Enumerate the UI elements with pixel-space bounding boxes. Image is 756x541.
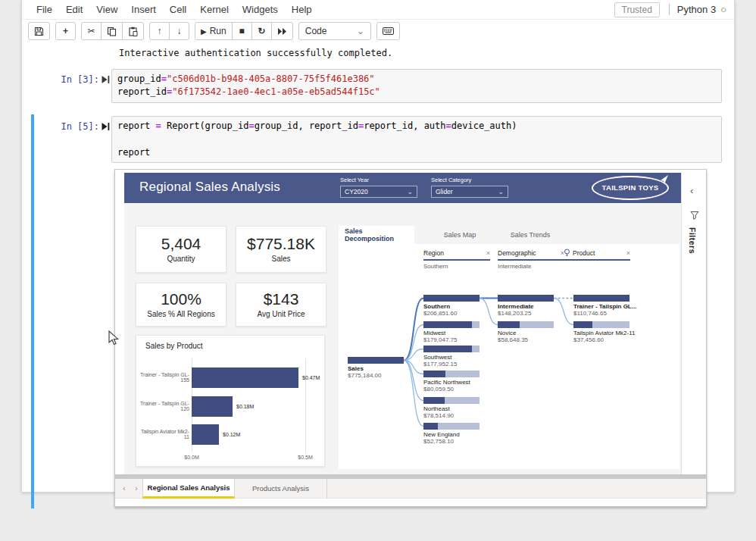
copy-cell-button[interactable] xyxy=(101,22,123,40)
notebook-toolbar: + ✂ ↑ ↓ ▶ Run ■ ↻ Code xyxy=(22,20,734,42)
breadcrumb-demographic: Demographic×Intermediate xyxy=(498,249,564,270)
kpi-card-sales-pct[interactable]: 100% Sales % All Regions xyxy=(136,283,226,327)
tree-node[interactable]: Novice$58,648.35 xyxy=(498,321,554,343)
tree-node-bar xyxy=(348,357,404,364)
tree-node-bar xyxy=(423,295,480,302)
kernel-indicator: Python 3 ○ xyxy=(669,4,726,15)
tree-node-name: Midwest xyxy=(423,330,480,336)
menu-view[interactable]: View xyxy=(89,1,124,18)
tree-node-value: $775,184.00 xyxy=(348,372,404,379)
tree-node-value: $179,047.75 xyxy=(423,336,480,343)
tree-node[interactable]: Southwest$177,952.15 xyxy=(423,346,480,367)
report-header: Regional Sales Analysis Select Year CY20… xyxy=(124,173,681,203)
page-nav-left-icon[interactable]: ‹ xyxy=(123,483,126,493)
cell-3-prompt: In [3]: xyxy=(34,69,99,85)
code-cell-3[interactable]: In [3]: group_id="c506d01b-b948-405a-880… xyxy=(31,67,722,105)
x-tick-label: $0.5M xyxy=(290,455,320,460)
remove-level-icon[interactable]: × xyxy=(626,249,630,257)
restart-run-all-button[interactable] xyxy=(271,22,293,40)
notebook-window: File Edit View Insert Cell Kernel Widget… xyxy=(21,0,735,493)
menu-file[interactable]: File xyxy=(30,1,59,18)
cell-3-code-editor[interactable]: group_id="c506d01b-b948-405a-8807-75f5f4… xyxy=(111,69,722,103)
tree-node[interactable]: New England$52,758.10 xyxy=(423,423,480,445)
page-tab-bar: ‹ › Regional Sales Analysis Products Ana… xyxy=(115,479,707,499)
tree-node-value: $78,514.90 xyxy=(423,412,480,419)
kernel-status-icon: ○ xyxy=(720,5,726,14)
command-palette-button[interactable] xyxy=(376,22,400,40)
menu-cell[interactable]: Cell xyxy=(163,1,193,18)
category-slicer-dropdown[interactable]: Glider ⌄ xyxy=(431,186,508,198)
menu-insert[interactable]: Insert xyxy=(124,1,163,18)
run-label: Run xyxy=(210,26,226,36)
year-slicer-value: CY2020 xyxy=(345,188,368,195)
tree-node-name: Northeast xyxy=(423,405,480,412)
tree-node[interactable]: Intermediate$148,203.25 xyxy=(498,295,554,317)
save-button[interactable] xyxy=(28,22,50,40)
filters-pane-collapsed[interactable]: ‹ Filters xyxy=(681,173,707,474)
tree-node-bar xyxy=(423,423,480,430)
keyboard-icon xyxy=(383,27,394,35)
run-this-cell-icon[interactable] xyxy=(99,116,111,131)
expand-filters-chevron-icon[interactable]: ‹ xyxy=(690,185,693,196)
run-cell-button[interactable]: ▶ Run xyxy=(195,22,233,40)
category-slicer: Select Category Glider ⌄ xyxy=(431,177,508,198)
breadcrumb-product: Product× xyxy=(564,249,630,263)
paste-icon xyxy=(128,27,138,36)
tree-node[interactable]: Pacific Northwest$80,059.50 xyxy=(423,371,480,392)
breadcrumb-field[interactable]: Product xyxy=(573,249,624,257)
kpi-value: 5,404 xyxy=(161,235,201,253)
save-icon xyxy=(34,27,44,36)
paste-cell-button[interactable] xyxy=(122,22,144,40)
tree-node[interactable]: Trainer - Tailspin GL...$110,746.65 xyxy=(573,295,629,317)
move-cell-up-button[interactable]: ↑ xyxy=(149,22,170,40)
page-tab-products-analysis[interactable]: Products Analysis xyxy=(235,479,327,499)
kpi-card-sales[interactable]: $775.18K Sales xyxy=(236,226,326,273)
restart-kernel-button[interactable]: ↻ xyxy=(251,22,272,40)
cut-cell-button[interactable]: ✂ xyxy=(81,22,102,40)
bar-data-label: $0.12M xyxy=(223,424,240,445)
remove-level-icon[interactable]: × xyxy=(486,249,490,257)
report-canvas: 5,404 Quantity $775.18K Sales 100% Sales… xyxy=(124,203,681,474)
breadcrumb-field[interactable]: Region xyxy=(423,249,484,257)
breadcrumb-underline xyxy=(498,259,564,261)
powerbi-report-embed[interactable]: Regional Sales Analysis Select Year CY20… xyxy=(114,169,707,507)
menu-widgets[interactable]: Widgets xyxy=(236,1,285,18)
decomposition-tree: Region×SouthernDemographic×IntermediateP… xyxy=(339,226,679,469)
tree-node-bar xyxy=(573,321,629,328)
tree-node[interactable]: Sales$775,184.00 xyxy=(348,357,404,379)
page-tab-regional-sales[interactable]: Regional Sales Analysis xyxy=(142,479,235,499)
tree-node[interactable]: Midwest$179,047.75 xyxy=(423,321,480,343)
tree-node-value: $110,746.65 xyxy=(573,310,629,317)
tree-node[interactable]: Northeast$78,514.90 xyxy=(423,397,480,419)
tree-node[interactable]: Southern$206,851.60 xyxy=(423,295,480,317)
breadcrumb-field[interactable]: Demographic xyxy=(498,249,558,257)
run-icon: ▶ xyxy=(201,27,207,36)
tree-node-value: $148,203.25 xyxy=(498,310,554,317)
tree-node-value: $58,648.35 xyxy=(498,336,554,343)
tree-node-name: New England xyxy=(423,431,480,438)
cell-type-dropdown[interactable]: Code ⌄ xyxy=(298,22,371,40)
filter-funnel-icon xyxy=(690,211,699,220)
year-slicer-dropdown[interactable]: CY2020 ⌄ xyxy=(340,186,417,198)
bar[interactable] xyxy=(192,424,219,445)
move-cell-down-button[interactable]: ↓ xyxy=(169,22,189,40)
run-this-cell-icon[interactable] xyxy=(99,69,111,84)
code-cell-5[interactable]: In [5]: report = Report(group_id=group_i… xyxy=(31,114,722,508)
bar[interactable] xyxy=(192,396,233,417)
menu-edit[interactable]: Edit xyxy=(59,1,89,18)
kpi-card-avg-unit-price[interactable]: $143 Avg Unit Price xyxy=(236,283,326,327)
tree-node-bar xyxy=(423,321,480,328)
interrupt-kernel-button[interactable]: ■ xyxy=(232,22,252,40)
menu-kernel[interactable]: Kernel xyxy=(193,1,236,18)
bar[interactable] xyxy=(192,367,298,388)
menu-help[interactable]: Help xyxy=(285,1,319,18)
menu-bar: File Edit View Insert Cell Kernel Widget… xyxy=(22,0,734,20)
cut-icon: ✂ xyxy=(87,26,95,36)
tree-node[interactable]: Tailspin Aviator Mk2-11$37,456.60 xyxy=(573,321,629,343)
tree-node-value: $177,952.15 xyxy=(423,361,480,367)
sales-by-product-chart[interactable]: Sales by Product $0.0M$0.5MTrainer - Tai… xyxy=(136,335,325,467)
cell-5-code-editor[interactable]: report = Report(group_id=group_id, repor… xyxy=(111,116,722,163)
kpi-card-quantity[interactable]: 5,404 Quantity xyxy=(136,226,226,273)
page-nav-right-icon[interactable]: › xyxy=(135,483,138,493)
add-cell-button[interactable]: + xyxy=(55,22,76,40)
